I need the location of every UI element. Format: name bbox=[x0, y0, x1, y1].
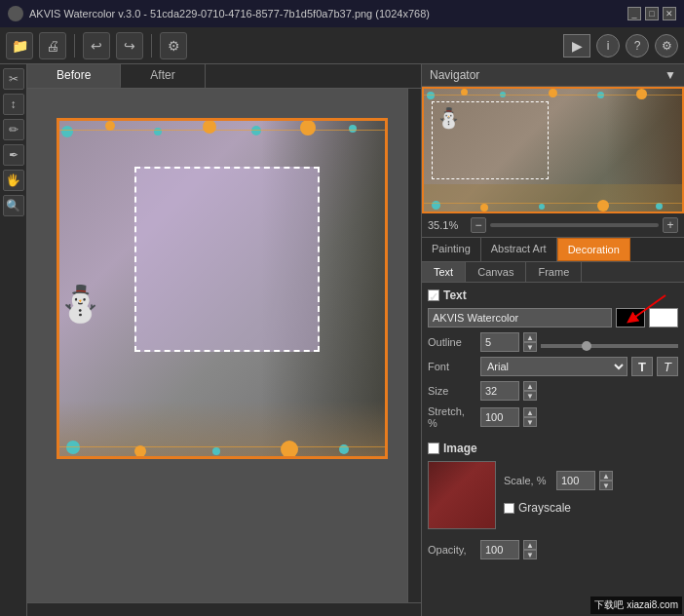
italic-button[interactable]: T bbox=[657, 357, 678, 376]
folder-icon[interactable]: 📁 bbox=[6, 32, 33, 59]
crop-tool[interactable]: ✂ bbox=[3, 68, 24, 90]
image-preview bbox=[428, 461, 496, 529]
opacity-input[interactable] bbox=[480, 540, 519, 559]
text-color-black[interactable] bbox=[616, 308, 645, 327]
image-preview-row: Scale, % ▲ ▼ Grayscale bbox=[428, 461, 678, 529]
frame-subtab[interactable]: Frame bbox=[526, 262, 582, 282]
settings-icon[interactable]: ⚙ bbox=[160, 32, 187, 59]
hand-tool[interactable]: 🖐 bbox=[3, 170, 24, 191]
text-subtab[interactable]: Text bbox=[422, 262, 466, 282]
navigator-header: Navigator ▼ bbox=[422, 64, 684, 87]
outline-input[interactable] bbox=[480, 332, 519, 352]
main-tabs: Painting Abstract Art Decoration bbox=[422, 238, 684, 262]
watercolor-background: ⛄ bbox=[57, 118, 388, 459]
canvas-viewport[interactable]: ⛄ bbox=[27, 89, 421, 616]
zoom-in-button[interactable]: + bbox=[663, 217, 678, 233]
after-tab[interactable]: After bbox=[121, 64, 205, 88]
size-up[interactable]: ▲ bbox=[523, 381, 537, 391]
opacity-up[interactable]: ▲ bbox=[523, 540, 537, 550]
window-controls[interactable]: _ □ ✕ bbox=[627, 7, 676, 20]
painting-tab[interactable]: Painting bbox=[422, 238, 481, 261]
opacity-row: Opacity, ▲ ▼ bbox=[428, 540, 678, 559]
vertical-scrollbar[interactable] bbox=[407, 89, 421, 602]
brush-tool-2[interactable]: ✒ bbox=[3, 144, 24, 166]
outline-spinner: ▲ ▼ bbox=[523, 332, 537, 352]
text-color-white[interactable] bbox=[649, 308, 678, 327]
size-spinner: ▲ ▼ bbox=[523, 381, 537, 401]
undo-icon[interactable]: ↩ bbox=[83, 32, 110, 59]
toolbar-right: ▶ i ? ⚙ bbox=[563, 34, 678, 58]
outline-row: Outline ▲ ▼ bbox=[428, 332, 678, 352]
watermark: 下载吧 xiazai8.com bbox=[590, 597, 682, 614]
outline-slider[interactable] bbox=[541, 344, 678, 348]
text-checkbox[interactable]: ✓ bbox=[428, 289, 439, 301]
grayscale-checkbox[interactable] bbox=[504, 503, 514, 514]
navigator-preview: ⛄ bbox=[422, 87, 684, 213]
minimize-button[interactable]: _ bbox=[627, 7, 641, 20]
image-section-label: Image bbox=[443, 442, 477, 455]
stretch-input[interactable] bbox=[480, 407, 519, 427]
redo-icon[interactable]: ↪ bbox=[116, 32, 143, 59]
scale-up[interactable]: ▲ bbox=[599, 471, 613, 481]
outline-down[interactable]: ▼ bbox=[523, 342, 537, 352]
navigator-title: Navigator bbox=[430, 68, 479, 82]
decoration-dot bbox=[203, 120, 216, 134]
canvas-subtab[interactable]: Canvas bbox=[466, 262, 526, 282]
print-icon[interactable]: 🖨 bbox=[39, 32, 66, 59]
close-button[interactable]: ✕ bbox=[663, 7, 676, 20]
panel-content: ✓ Text Outline ▲ ▼ bbox=[422, 283, 684, 616]
scale-down[interactable]: ▼ bbox=[599, 481, 613, 490]
outline-up[interactable]: ▲ bbox=[523, 332, 537, 342]
transform-tool[interactable]: ↕ bbox=[3, 94, 24, 115]
decoration-dot bbox=[251, 126, 261, 135]
text-section-label: Text bbox=[443, 289, 467, 302]
horizontal-scrollbar[interactable] bbox=[27, 602, 421, 616]
preferences-button[interactable]: ⚙ bbox=[655, 34, 678, 58]
zoom-out-button[interactable]: − bbox=[471, 217, 486, 233]
right-panel: Navigator ▼ bbox=[421, 64, 684, 616]
opacity-spinner: ▲ ▼ bbox=[523, 540, 537, 559]
navigator-arrow: ▼ bbox=[665, 68, 676, 82]
brush-tool-1[interactable]: ✏ bbox=[3, 119, 24, 140]
before-tab[interactable]: Before bbox=[27, 64, 121, 88]
font-select[interactable]: Arial Times New Roman Verdana bbox=[480, 357, 627, 376]
maximize-button[interactable]: □ bbox=[645, 7, 659, 20]
scale-input[interactable] bbox=[556, 471, 595, 490]
toolbar-separator-2 bbox=[151, 34, 152, 58]
size-input[interactable] bbox=[480, 381, 519, 401]
text-input[interactable] bbox=[428, 308, 612, 327]
navigator-image: ⛄ bbox=[422, 87, 684, 213]
decoration-dot bbox=[349, 125, 357, 133]
selection-box bbox=[134, 167, 320, 352]
stretch-up[interactable]: ▲ bbox=[523, 407, 537, 417]
decoration-tab[interactable]: Decoration bbox=[557, 238, 630, 261]
help-button[interactable]: ? bbox=[626, 34, 649, 58]
play-button[interactable]: ▶ bbox=[563, 34, 590, 58]
abstract-art-tab[interactable]: Abstract Art bbox=[481, 238, 557, 261]
opacity-down[interactable]: ▼ bbox=[523, 550, 537, 559]
scale-label: Scale, % bbox=[504, 475, 552, 486]
image-checkbox[interactable] bbox=[428, 443, 439, 454]
bold-button[interactable]: T bbox=[631, 357, 653, 376]
size-row: Size ▲ ▼ bbox=[428, 381, 678, 401]
image-section-header: Image bbox=[428, 442, 678, 455]
stretch-down[interactable]: ▼ bbox=[523, 417, 537, 427]
sub-tabs: Text Canvas Frame bbox=[422, 262, 684, 283]
scale-row: Scale, % ▲ ▼ bbox=[504, 471, 678, 490]
font-row: Font Arial Times New Roman Verdana T T bbox=[428, 357, 678, 376]
text-section-header: ✓ Text bbox=[428, 289, 678, 302]
decoration-dot bbox=[61, 126, 73, 137]
canvas-area: Before After bbox=[27, 64, 421, 616]
toolbar: 📁 🖨 ↩ ↪ ⚙ ▶ i ? ⚙ bbox=[0, 27, 684, 64]
text-value-row bbox=[428, 308, 678, 327]
decoration-dot bbox=[281, 441, 298, 458]
zoom-slider[interactable] bbox=[490, 223, 659, 227]
main-layout: ✂ ↕ ✏ ✒ 🖐 🔍 Before After bbox=[0, 64, 684, 616]
zoom-tool[interactable]: 🔍 bbox=[3, 195, 24, 216]
decoration-dot bbox=[212, 447, 220, 455]
size-down[interactable]: ▼ bbox=[523, 391, 537, 401]
info-button[interactable]: i bbox=[596, 34, 620, 58]
stretch-spinner: ▲ ▼ bbox=[523, 407, 537, 427]
zoom-bar: 35.1% − + bbox=[422, 213, 684, 238]
spacer bbox=[428, 434, 678, 442]
